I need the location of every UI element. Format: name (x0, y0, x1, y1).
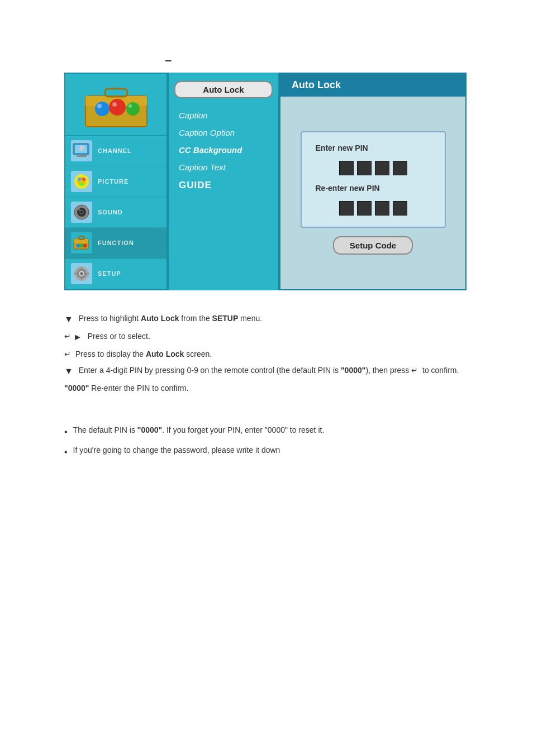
sidebar-item-setup[interactable]: SETUP (65, 259, 166, 289)
channel-icon (71, 140, 92, 161)
menu-item-caption[interactable]: Caption (174, 107, 273, 124)
svg-point-6 (97, 104, 102, 108)
instruction-line-4: ▼ Enter a 4-digit PIN by pressing 0-9 on… (64, 365, 483, 378)
sound-label: SOUND (98, 209, 123, 216)
down-arrow-4: ▼ (64, 365, 73, 378)
instruction-line-1: ▼ Press to highlight Auto Lock from the … (64, 313, 483, 326)
sidebar-item-picture[interactable]: PICTURE (65, 166, 166, 197)
function-label: FUNCTION (98, 240, 134, 246)
svg-point-5 (126, 102, 140, 116)
enter-sym-3: ↵ (64, 348, 71, 360)
channel-label: CHANNEL (98, 147, 132, 154)
sidebar-item-sound[interactable]: SOUND (65, 197, 166, 228)
svg-point-3 (95, 102, 110, 116)
svg-point-7 (112, 102, 117, 107)
menu-panel: Auto Lock Caption Caption Option CC Back… (168, 73, 279, 290)
svg-rect-26 (79, 236, 84, 240)
pin-square-2 (357, 161, 372, 175)
re-enter-pin-squares (339, 201, 407, 216)
re-pin-square-4 (393, 201, 407, 216)
re-enter-new-pin-label: Re-enter new PIN (316, 184, 380, 193)
bullet-2: • (64, 446, 68, 459)
instruction-text-1: Press to highlight Auto Lock from the SE… (77, 313, 262, 324)
svg-point-13 (79, 145, 84, 151)
svg-rect-37 (87, 273, 89, 274)
enter-sym-2: ↵ (64, 331, 71, 342)
sidebar: CHANNEL PICTURE (64, 73, 168, 290)
note-item-2: • If you're going to change the password… (64, 444, 483, 459)
bullet-1: • (64, 425, 68, 439)
svg-point-28 (83, 244, 87, 248)
svg-point-22 (80, 211, 83, 213)
pin-square-1 (339, 161, 354, 175)
instruction-text-2: Press or to select. (85, 331, 150, 342)
re-pin-square-3 (375, 201, 389, 216)
svg-rect-36 (74, 273, 77, 274)
pin-box: Enter new PIN Re-enter new PIN (301, 131, 446, 228)
sound-icon (71, 202, 92, 223)
note-item-1: • The default PIN is "0000". If you forg… (64, 424, 483, 439)
svg-point-8 (129, 104, 132, 108)
setup-label: SETUP (98, 270, 121, 277)
sidebar-item-function[interactable]: FUNCTION (65, 228, 166, 259)
note-text-2: If you're going to change the password, … (73, 444, 280, 456)
right-panel: Auto Lock Enter new PIN Re-enter new PIN (279, 73, 467, 290)
svg-point-16 (82, 178, 85, 181)
note-text-1: The default PIN is "0000". If you forget… (73, 424, 325, 436)
menu-item-caption-text[interactable]: Caption Text (174, 159, 273, 176)
picture-label: PICTURE (98, 178, 129, 185)
instruction-text-5: Re-enter the PIN to confirm. (89, 382, 188, 394)
instruction-text-4: Enter a 4-digit PIN by pressing 0-9 on t… (77, 365, 409, 376)
re-pin-square-1 (339, 201, 354, 216)
svg-rect-2 (105, 89, 127, 97)
sidebar-item-channel[interactable]: CHANNEL (65, 136, 166, 166)
pin-square-4 (393, 161, 407, 175)
menu-item-caption-option[interactable]: Caption Option (174, 124, 273, 141)
svg-rect-34 (81, 267, 82, 270)
svg-point-33 (80, 272, 83, 275)
svg-point-23 (78, 208, 80, 210)
down-arrow-1: ▼ (64, 313, 73, 326)
right-panel-content: Enter new PIN Re-enter new PIN Setup Cod… (280, 97, 465, 289)
toolbox-svg (80, 76, 153, 132)
menu-selected-button[interactable]: Auto Lock (174, 81, 273, 98)
top-dash: – (165, 53, 172, 68)
svg-point-4 (109, 99, 126, 116)
default-pin: "0000" (64, 382, 89, 394)
setup-code-button[interactable]: Setup Code (333, 236, 413, 255)
menu-item-guide[interactable]: GUIDE (174, 176, 273, 195)
svg-point-27 (77, 244, 80, 248)
svg-rect-35 (81, 277, 82, 280)
pin-square-3 (375, 161, 389, 175)
instruction-line-2: ↵ ► Press or to select. (64, 331, 483, 344)
ui-panel: CHANNEL PICTURE (64, 73, 467, 290)
sidebar-top-icon (65, 74, 166, 136)
instruction-line-5: "0000" Re-enter the PIN to confirm. (64, 382, 483, 394)
notes-section: • The default PIN is "0000". If you forg… (64, 424, 483, 465)
enter-sym-4: ↵ (409, 365, 418, 376)
enter-new-pin-label: Enter new PIN (316, 143, 368, 152)
svg-point-17 (78, 178, 81, 181)
function-icon (71, 232, 92, 253)
picture-icon (71, 171, 92, 192)
enter-pin-squares (339, 161, 407, 175)
svg-rect-11 (77, 155, 87, 157)
setup-icon (71, 263, 92, 284)
instruction-text-4b: to confirm. (420, 365, 459, 376)
instruction-line-3: ↵ Press to display the Auto Lock screen. (64, 348, 483, 360)
instruction-text-3: Press to display the Auto Lock screen. (73, 348, 212, 360)
svg-point-29 (80, 244, 84, 248)
right-arrow-2: ► (73, 331, 82, 344)
right-panel-header: Auto Lock (280, 74, 465, 97)
svg-point-18 (80, 183, 83, 186)
menu-item-cc-background[interactable]: CC Background (174, 141, 273, 159)
instructions-section: ▼ Press to highlight Auto Lock from the … (64, 313, 483, 399)
re-pin-square-2 (357, 201, 372, 216)
